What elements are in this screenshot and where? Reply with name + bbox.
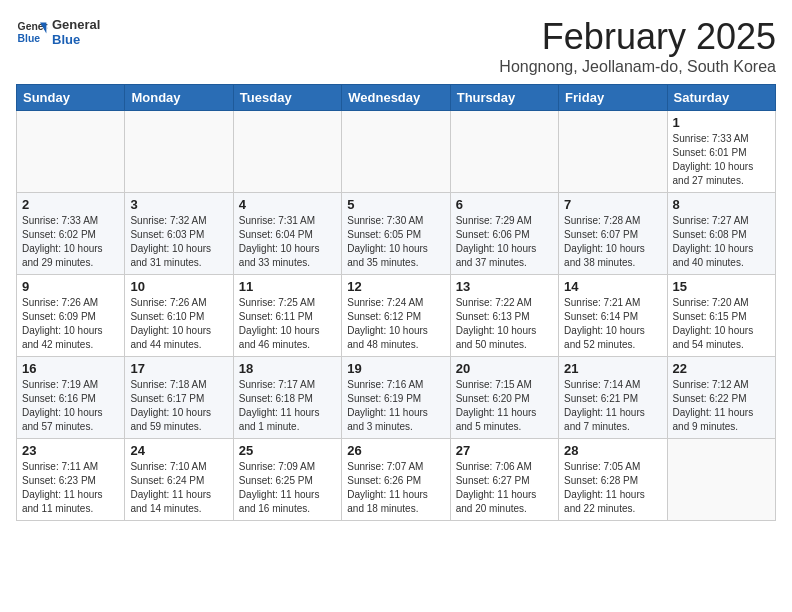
calendar-cell: 16Sunrise: 7:19 AM Sunset: 6:16 PM Dayli…: [17, 357, 125, 439]
calendar-cell: 28Sunrise: 7:05 AM Sunset: 6:28 PM Dayli…: [559, 439, 667, 521]
day-info: Sunrise: 7:32 AM Sunset: 6:03 PM Dayligh…: [130, 214, 227, 270]
page-header: General Blue General Blue February 2025 …: [16, 16, 776, 76]
day-number: 19: [347, 361, 444, 376]
calendar-cell: [342, 111, 450, 193]
calendar-cell: 15Sunrise: 7:20 AM Sunset: 6:15 PM Dayli…: [667, 275, 775, 357]
day-info: Sunrise: 7:21 AM Sunset: 6:14 PM Dayligh…: [564, 296, 661, 352]
calendar-cell: 4Sunrise: 7:31 AM Sunset: 6:04 PM Daylig…: [233, 193, 341, 275]
title-block: February 2025 Hongnong, Jeollanam-do, So…: [499, 16, 776, 76]
day-number: 3: [130, 197, 227, 212]
day-number: 14: [564, 279, 661, 294]
weekday-header-thursday: Thursday: [450, 85, 558, 111]
calendar-cell: 11Sunrise: 7:25 AM Sunset: 6:11 PM Dayli…: [233, 275, 341, 357]
day-number: 1: [673, 115, 770, 130]
calendar-cell: 1Sunrise: 7:33 AM Sunset: 6:01 PM Daylig…: [667, 111, 775, 193]
calendar-cell: 18Sunrise: 7:17 AM Sunset: 6:18 PM Dayli…: [233, 357, 341, 439]
day-info: Sunrise: 7:14 AM Sunset: 6:21 PM Dayligh…: [564, 378, 661, 434]
calendar-cell: [667, 439, 775, 521]
day-number: 4: [239, 197, 336, 212]
calendar-week-row: 16Sunrise: 7:19 AM Sunset: 6:16 PM Dayli…: [17, 357, 776, 439]
day-info: Sunrise: 7:26 AM Sunset: 6:10 PM Dayligh…: [130, 296, 227, 352]
day-info: Sunrise: 7:18 AM Sunset: 6:17 PM Dayligh…: [130, 378, 227, 434]
day-number: 12: [347, 279, 444, 294]
calendar-cell: 21Sunrise: 7:14 AM Sunset: 6:21 PM Dayli…: [559, 357, 667, 439]
day-info: Sunrise: 7:20 AM Sunset: 6:15 PM Dayligh…: [673, 296, 770, 352]
day-number: 22: [673, 361, 770, 376]
calendar-cell: 8Sunrise: 7:27 AM Sunset: 6:08 PM Daylig…: [667, 193, 775, 275]
day-info: Sunrise: 7:15 AM Sunset: 6:20 PM Dayligh…: [456, 378, 553, 434]
calendar-cell: 5Sunrise: 7:30 AM Sunset: 6:05 PM Daylig…: [342, 193, 450, 275]
weekday-header-row: SundayMondayTuesdayWednesdayThursdayFrid…: [17, 85, 776, 111]
day-number: 28: [564, 443, 661, 458]
weekday-header-monday: Monday: [125, 85, 233, 111]
day-number: 15: [673, 279, 770, 294]
day-info: Sunrise: 7:10 AM Sunset: 6:24 PM Dayligh…: [130, 460, 227, 516]
day-info: Sunrise: 7:25 AM Sunset: 6:11 PM Dayligh…: [239, 296, 336, 352]
day-info: Sunrise: 7:22 AM Sunset: 6:13 PM Dayligh…: [456, 296, 553, 352]
day-number: 7: [564, 197, 661, 212]
day-number: 24: [130, 443, 227, 458]
calendar-cell: 22Sunrise: 7:12 AM Sunset: 6:22 PM Dayli…: [667, 357, 775, 439]
calendar-cell: 17Sunrise: 7:18 AM Sunset: 6:17 PM Dayli…: [125, 357, 233, 439]
calendar-cell: 10Sunrise: 7:26 AM Sunset: 6:10 PM Dayli…: [125, 275, 233, 357]
day-number: 13: [456, 279, 553, 294]
day-number: 2: [22, 197, 119, 212]
calendar-cell: 12Sunrise: 7:24 AM Sunset: 6:12 PM Dayli…: [342, 275, 450, 357]
day-info: Sunrise: 7:19 AM Sunset: 6:16 PM Dayligh…: [22, 378, 119, 434]
day-number: 18: [239, 361, 336, 376]
day-info: Sunrise: 7:29 AM Sunset: 6:06 PM Dayligh…: [456, 214, 553, 270]
calendar-cell: 24Sunrise: 7:10 AM Sunset: 6:24 PM Dayli…: [125, 439, 233, 521]
calendar-cell: [233, 111, 341, 193]
calendar-subtitle: Hongnong, Jeollanam-do, South Korea: [499, 58, 776, 76]
calendar-cell: [17, 111, 125, 193]
calendar-cell: 20Sunrise: 7:15 AM Sunset: 6:20 PM Dayli…: [450, 357, 558, 439]
calendar-cell: [125, 111, 233, 193]
day-info: Sunrise: 7:28 AM Sunset: 6:07 PM Dayligh…: [564, 214, 661, 270]
calendar-cell: [450, 111, 558, 193]
day-info: Sunrise: 7:17 AM Sunset: 6:18 PM Dayligh…: [239, 378, 336, 434]
day-info: Sunrise: 7:27 AM Sunset: 6:08 PM Dayligh…: [673, 214, 770, 270]
calendar-cell: 7Sunrise: 7:28 AM Sunset: 6:07 PM Daylig…: [559, 193, 667, 275]
calendar-week-row: 9Sunrise: 7:26 AM Sunset: 6:09 PM Daylig…: [17, 275, 776, 357]
calendar-cell: 23Sunrise: 7:11 AM Sunset: 6:23 PM Dayli…: [17, 439, 125, 521]
day-number: 27: [456, 443, 553, 458]
calendar-cell: 3Sunrise: 7:32 AM Sunset: 6:03 PM Daylig…: [125, 193, 233, 275]
calendar-cell: 2Sunrise: 7:33 AM Sunset: 6:02 PM Daylig…: [17, 193, 125, 275]
day-info: Sunrise: 7:16 AM Sunset: 6:19 PM Dayligh…: [347, 378, 444, 434]
day-number: 11: [239, 279, 336, 294]
day-info: Sunrise: 7:24 AM Sunset: 6:12 PM Dayligh…: [347, 296, 444, 352]
day-number: 25: [239, 443, 336, 458]
day-number: 10: [130, 279, 227, 294]
day-number: 21: [564, 361, 661, 376]
weekday-header-tuesday: Tuesday: [233, 85, 341, 111]
day-info: Sunrise: 7:26 AM Sunset: 6:09 PM Dayligh…: [22, 296, 119, 352]
day-number: 26: [347, 443, 444, 458]
day-info: Sunrise: 7:11 AM Sunset: 6:23 PM Dayligh…: [22, 460, 119, 516]
calendar-week-row: 2Sunrise: 7:33 AM Sunset: 6:02 PM Daylig…: [17, 193, 776, 275]
day-number: 23: [22, 443, 119, 458]
day-number: 17: [130, 361, 227, 376]
logo: General Blue General Blue: [16, 16, 100, 48]
calendar-cell: 9Sunrise: 7:26 AM Sunset: 6:09 PM Daylig…: [17, 275, 125, 357]
logo-general-text: General: [52, 17, 100, 32]
calendar-cell: 6Sunrise: 7:29 AM Sunset: 6:06 PM Daylig…: [450, 193, 558, 275]
day-info: Sunrise: 7:06 AM Sunset: 6:27 PM Dayligh…: [456, 460, 553, 516]
calendar-title: February 2025: [499, 16, 776, 58]
logo-blue-text: Blue: [52, 32, 100, 47]
day-info: Sunrise: 7:31 AM Sunset: 6:04 PM Dayligh…: [239, 214, 336, 270]
weekday-header-saturday: Saturday: [667, 85, 775, 111]
day-number: 9: [22, 279, 119, 294]
calendar-cell: 27Sunrise: 7:06 AM Sunset: 6:27 PM Dayli…: [450, 439, 558, 521]
calendar-cell: 13Sunrise: 7:22 AM Sunset: 6:13 PM Dayli…: [450, 275, 558, 357]
day-number: 20: [456, 361, 553, 376]
weekday-header-wednesday: Wednesday: [342, 85, 450, 111]
day-info: Sunrise: 7:33 AM Sunset: 6:02 PM Dayligh…: [22, 214, 119, 270]
calendar-week-row: 23Sunrise: 7:11 AM Sunset: 6:23 PM Dayli…: [17, 439, 776, 521]
day-number: 8: [673, 197, 770, 212]
day-info: Sunrise: 7:09 AM Sunset: 6:25 PM Dayligh…: [239, 460, 336, 516]
day-info: Sunrise: 7:07 AM Sunset: 6:26 PM Dayligh…: [347, 460, 444, 516]
calendar-cell: 26Sunrise: 7:07 AM Sunset: 6:26 PM Dayli…: [342, 439, 450, 521]
calendar-table: SundayMondayTuesdayWednesdayThursdayFrid…: [16, 84, 776, 521]
day-number: 5: [347, 197, 444, 212]
day-number: 6: [456, 197, 553, 212]
